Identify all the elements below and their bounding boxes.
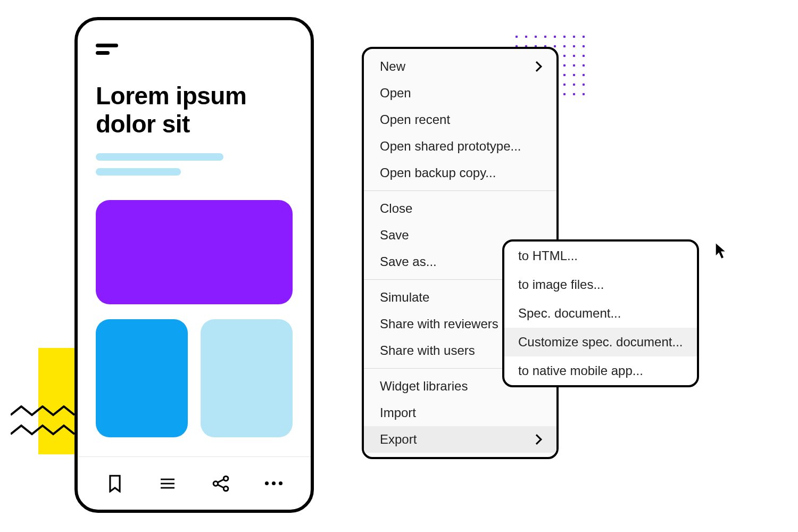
chevron-right-icon [531, 61, 542, 72]
menu-item-label: Open recent [380, 112, 450, 127]
menu-item-label: Save as... [380, 254, 437, 269]
menu-item-label: Simulate [380, 290, 429, 305]
feature-card-small[interactable] [96, 319, 188, 437]
submenu-item-to-native-mobile-app[interactable]: to native mobile app... [504, 356, 697, 385]
decor-zigzag [11, 405, 80, 450]
submenu-item-spec-document[interactable]: Spec. document... [504, 299, 697, 328]
menu-item-open[interactable]: Open [364, 80, 556, 106]
menu-item-label: Import [380, 405, 416, 420]
menu-item-close[interactable]: Close [364, 195, 556, 222]
more-icon[interactable] [263, 473, 284, 494]
menu-item-label: Widget libraries [380, 379, 468, 394]
list-icon[interactable] [157, 473, 178, 494]
menu-item-export[interactable]: Export [364, 426, 556, 453]
menu-item-label: Open [380, 86, 411, 101]
feature-card-small[interactable] [201, 319, 293, 437]
menu-item-new[interactable]: New [364, 53, 556, 80]
menu-item-label: Open shared prototype... [380, 139, 521, 154]
menu-item-label: Share with users [380, 343, 475, 358]
menu-item-label: Save [380, 228, 409, 243]
menu-item-label: New [380, 59, 405, 74]
menu-item-open-shared-prototype[interactable]: Open shared prototype... [364, 133, 556, 160]
phone-frame: Lorem ipsum dolor sit [74, 17, 314, 513]
menu-item-label: Share with reviewers [380, 317, 498, 331]
hamburger-icon[interactable] [96, 44, 118, 56]
chevron-right-icon [531, 434, 542, 445]
menu-item-label: Open backup copy... [380, 165, 496, 180]
submenu-item-to-html[interactable]: to HTML... [504, 242, 697, 270]
text-placeholder [96, 153, 223, 161]
page-title: Lorem ipsum dolor sit [96, 82, 293, 138]
feature-card-large[interactable] [96, 200, 293, 304]
share-icon[interactable] [210, 473, 231, 494]
cursor-icon [714, 242, 729, 260]
menu-item-label: Export [380, 432, 417, 447]
svg-line-7 [218, 485, 224, 488]
svg-point-3 [223, 476, 228, 481]
menu-item-label: Spec. document... [518, 306, 621, 321]
tab-bar [78, 456, 311, 510]
menu-item-label: Customize spec. document... [518, 335, 683, 350]
menu-item-label: Close [380, 201, 412, 216]
svg-line-6 [218, 479, 224, 483]
bookmark-icon[interactable] [104, 473, 126, 494]
menu-item-import[interactable]: Import [364, 400, 556, 426]
text-placeholder [96, 168, 181, 176]
menu-item-label: to image files... [518, 277, 604, 292]
export-submenu: to HTML... to image files... Spec. docum… [502, 239, 699, 387]
submenu-item-customize-spec-document[interactable]: Customize spec. document... [504, 328, 697, 356]
svg-point-5 [223, 486, 228, 491]
submenu-item-to-image-files[interactable]: to image files... [504, 270, 697, 299]
menu-item-open-backup-copy[interactable]: Open backup copy... [364, 160, 556, 186]
menu-item-open-recent[interactable]: Open recent [364, 106, 556, 133]
svg-point-4 [213, 481, 218, 486]
menu-item-label: to HTML... [518, 248, 578, 263]
menu-item-label: to native mobile app... [518, 363, 643, 378]
